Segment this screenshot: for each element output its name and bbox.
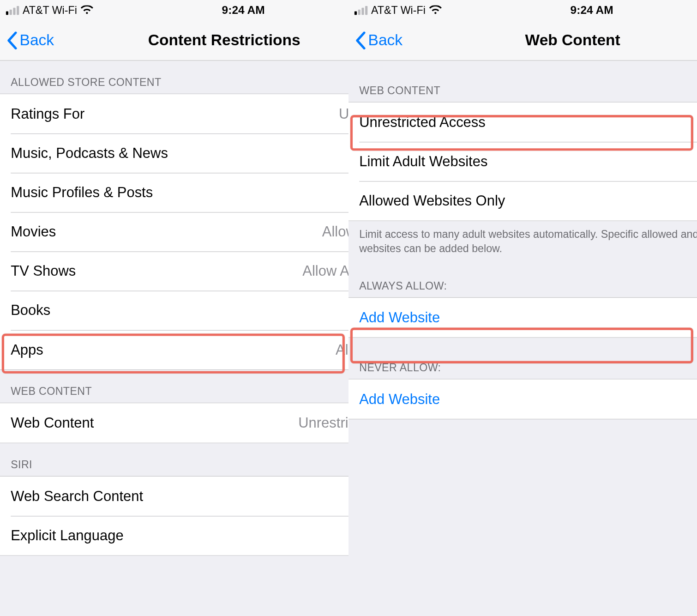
back-button[interactable]: Back: [7, 31, 54, 49]
status-bar: AT&T Wi-Fi 9:24 AM 92%: [348, 0, 697, 20]
group-web-content-options: Unrestricted Access Limit Adult Websites…: [348, 102, 697, 221]
back-label: Back: [20, 31, 54, 49]
option-label: Unrestricted Access: [359, 114, 697, 130]
section-header-always-allow: ALWAYS ALLOW:: [348, 264, 697, 297]
add-website-always[interactable]: Add Website: [348, 297, 697, 337]
section-footer-web-content: Limit access to many adult websites auto…: [348, 221, 697, 265]
row-label: TV Shows: [11, 263, 302, 279]
option-unrestricted[interactable]: Unrestricted Access: [348, 103, 697, 142]
row-label: Books: [11, 302, 379, 319]
option-limit-adult[interactable]: Limit Adult Websites: [348, 142, 697, 181]
row-label: Music, Podcasts & News: [11, 145, 379, 161]
screenshot-web-content: AT&T Wi-Fi 9:24 AM 92% Back Web Content …: [348, 0, 697, 616]
wifi-icon: [81, 6, 94, 15]
group-never-allow: Add Website: [348, 379, 697, 419]
clock: 9:24 AM: [222, 4, 265, 17]
wifi-icon: [429, 6, 442, 15]
carrier-label: AT&T Wi-Fi: [371, 4, 426, 16]
option-label: Limit Adult Websites: [359, 153, 697, 170]
cellular-signal-icon: [6, 6, 19, 14]
row-label: Movies: [11, 223, 322, 240]
row-label: Add Website: [359, 309, 697, 326]
row-label: Apps: [11, 341, 336, 358]
back-button[interactable]: Back: [355, 31, 403, 49]
option-allowed-only[interactable]: Allowed Websites Only: [348, 181, 697, 220]
nav-bar: Back Web Content: [348, 20, 697, 61]
clock: 9:24 AM: [571, 4, 613, 17]
cellular-signal-icon: [355, 6, 367, 14]
option-label: Allowed Websites Only: [359, 193, 697, 209]
carrier-label: AT&T Wi-Fi: [23, 4, 77, 16]
add-website-never[interactable]: Add Website: [348, 379, 697, 418]
row-label: Web Search Content: [11, 488, 391, 505]
chevron-left-icon: [7, 31, 17, 49]
row-label: Music Profiles & Posts: [11, 184, 405, 201]
row-label: Add Website: [359, 391, 697, 407]
row-label: Ratings For: [11, 105, 339, 122]
row-label: Explicit Language: [11, 527, 391, 544]
section-header-never-allow: NEVER ALLOW:: [348, 338, 697, 379]
row-label: Web Content: [11, 415, 298, 431]
chevron-left-icon: [355, 31, 366, 49]
back-label: Back: [368, 31, 403, 49]
section-header-web-content: WEB CONTENT: [348, 61, 697, 102]
group-always-allow: Add Website: [348, 297, 697, 338]
